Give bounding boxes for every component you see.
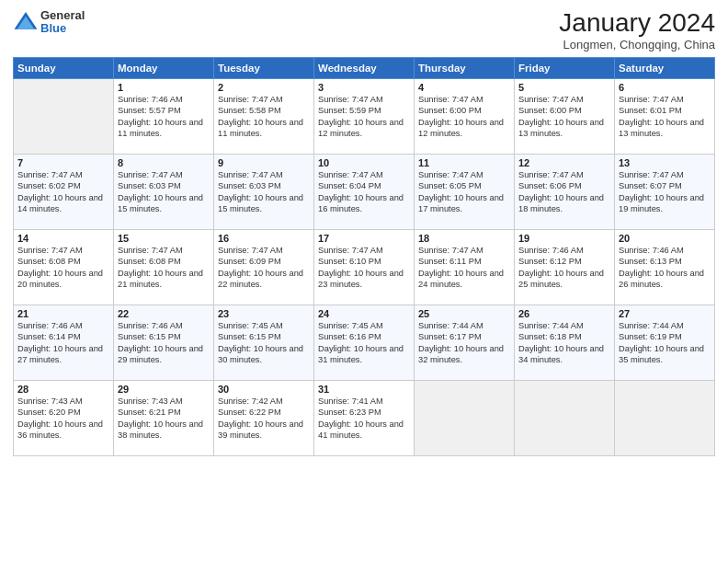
day-info: Sunrise: 7:46 AMSunset: 6:14 PMDaylight:…	[17, 320, 109, 366]
calendar-cell: 13Sunrise: 7:47 AMSunset: 6:07 PMDayligh…	[615, 154, 715, 229]
day-number: 11	[418, 157, 510, 168]
day-header-tuesday: Tuesday	[214, 57, 314, 78]
day-info: Sunrise: 7:46 AMSunset: 5:57 PMDaylight:…	[118, 94, 210, 140]
location: Longmen, Chongqing, China	[559, 38, 715, 52]
day-header-saturday: Saturday	[615, 57, 715, 78]
calendar-cell: 24Sunrise: 7:45 AMSunset: 6:16 PMDayligh…	[314, 304, 415, 380]
day-number: 30	[218, 384, 310, 395]
day-number: 7	[17, 157, 109, 168]
day-number: 20	[619, 233, 711, 244]
day-number: 22	[118, 308, 210, 319]
day-number: 10	[318, 157, 410, 168]
calendar-cell: 19Sunrise: 7:46 AMSunset: 6:12 PMDayligh…	[515, 229, 615, 304]
week-row-3: 14Sunrise: 7:47 AMSunset: 6:08 PMDayligh…	[14, 229, 715, 304]
day-info: Sunrise: 7:47 AMSunset: 6:05 PMDaylight:…	[418, 169, 510, 215]
day-info: Sunrise: 7:43 AMSunset: 6:21 PMDaylight:…	[118, 396, 210, 442]
day-number: 23	[218, 308, 310, 319]
calendar-cell: 23Sunrise: 7:45 AMSunset: 6:15 PMDayligh…	[214, 304, 314, 380]
day-info: Sunrise: 7:47 AMSunset: 5:59 PMDaylight:…	[318, 94, 410, 140]
week-row-5: 28Sunrise: 7:43 AMSunset: 6:20 PMDayligh…	[14, 380, 715, 455]
day-number: 15	[118, 233, 210, 244]
calendar-cell: 4Sunrise: 7:47 AMSunset: 6:00 PMDaylight…	[415, 78, 515, 154]
calendar-cell: 12Sunrise: 7:47 AMSunset: 6:06 PMDayligh…	[515, 154, 615, 229]
day-number: 8	[118, 157, 210, 168]
day-number: 25	[418, 308, 510, 319]
day-info: Sunrise: 7:44 AMSunset: 6:17 PMDaylight:…	[418, 320, 510, 366]
title-block: January 2024 Longmen, Chongqing, China	[559, 9, 715, 52]
calendar-cell: 1Sunrise: 7:46 AMSunset: 5:57 PMDaylight…	[114, 78, 214, 154]
day-info: Sunrise: 7:47 AMSunset: 6:03 PMDaylight:…	[218, 169, 310, 215]
week-row-1: 1Sunrise: 7:46 AMSunset: 5:57 PMDaylight…	[14, 78, 715, 154]
day-number: 6	[619, 82, 711, 93]
day-info: Sunrise: 7:47 AMSunset: 6:08 PMDaylight:…	[17, 245, 109, 291]
calendar-cell: 3Sunrise: 7:47 AMSunset: 5:59 PMDaylight…	[314, 78, 415, 154]
logo: General Blue	[13, 9, 85, 36]
day-info: Sunrise: 7:47 AMSunset: 6:07 PMDaylight:…	[619, 169, 711, 215]
calendar-cell: 2Sunrise: 7:47 AMSunset: 5:58 PMDaylight…	[214, 78, 314, 154]
calendar-cell: 29Sunrise: 7:43 AMSunset: 6:21 PMDayligh…	[114, 380, 214, 455]
day-info: Sunrise: 7:46 AMSunset: 6:15 PMDaylight:…	[118, 320, 210, 366]
day-number: 24	[318, 308, 410, 319]
calendar-cell: 10Sunrise: 7:47 AMSunset: 6:04 PMDayligh…	[314, 154, 415, 229]
calendar-cell: 8Sunrise: 7:47 AMSunset: 6:03 PMDaylight…	[114, 154, 214, 229]
calendar-cell: 20Sunrise: 7:46 AMSunset: 6:13 PMDayligh…	[615, 229, 715, 304]
day-number: 29	[118, 384, 210, 395]
day-info: Sunrise: 7:45 AMSunset: 6:16 PMDaylight:…	[318, 320, 410, 366]
day-info: Sunrise: 7:45 AMSunset: 6:15 PMDaylight:…	[218, 320, 310, 366]
day-number: 9	[218, 157, 310, 168]
calendar-cell: 30Sunrise: 7:42 AMSunset: 6:22 PMDayligh…	[214, 380, 314, 455]
day-header-friday: Friday	[515, 57, 615, 78]
day-number: 12	[518, 157, 610, 168]
calendar-cell: 17Sunrise: 7:47 AMSunset: 6:10 PMDayligh…	[314, 229, 415, 304]
calendar-cell: 28Sunrise: 7:43 AMSunset: 6:20 PMDayligh…	[14, 380, 114, 455]
day-info: Sunrise: 7:44 AMSunset: 6:18 PMDaylight:…	[518, 320, 610, 366]
logo-icon	[13, 9, 39, 35]
day-number: 13	[619, 157, 711, 168]
day-number: 28	[17, 384, 109, 395]
day-number: 26	[518, 308, 610, 319]
day-info: Sunrise: 7:47 AMSunset: 6:11 PMDaylight:…	[418, 245, 510, 291]
day-number: 3	[318, 82, 410, 93]
day-number: 18	[418, 233, 510, 244]
week-row-2: 7Sunrise: 7:47 AMSunset: 6:02 PMDaylight…	[14, 154, 715, 229]
day-info: Sunrise: 7:47 AMSunset: 6:04 PMDaylight:…	[318, 169, 410, 215]
calendar-cell: 14Sunrise: 7:47 AMSunset: 6:08 PMDayligh…	[14, 229, 114, 304]
logo-blue-text: Blue	[40, 22, 85, 35]
logo-general-text: General	[40, 9, 85, 22]
logo-text: General Blue	[40, 9, 85, 36]
calendar-cell	[415, 380, 515, 455]
calendar-cell: 7Sunrise: 7:47 AMSunset: 6:02 PMDaylight…	[14, 154, 114, 229]
day-number: 2	[218, 82, 310, 93]
day-info: Sunrise: 7:42 AMSunset: 6:22 PMDaylight:…	[218, 396, 310, 442]
calendar-cell: 18Sunrise: 7:47 AMSunset: 6:11 PMDayligh…	[415, 229, 515, 304]
calendar-cell	[615, 380, 715, 455]
day-number: 27	[619, 308, 711, 319]
day-info: Sunrise: 7:44 AMSunset: 6:19 PMDaylight:…	[619, 320, 711, 366]
day-number: 19	[518, 233, 610, 244]
calendar-cell: 11Sunrise: 7:47 AMSunset: 6:05 PMDayligh…	[415, 154, 515, 229]
day-info: Sunrise: 7:46 AMSunset: 6:12 PMDaylight:…	[518, 245, 610, 291]
day-number: 17	[318, 233, 410, 244]
calendar-table: SundayMondayTuesdayWednesdayThursdayFrid…	[13, 57, 715, 456]
day-number: 31	[318, 384, 410, 395]
calendar-cell	[515, 380, 615, 455]
day-header-monday: Monday	[114, 57, 214, 78]
calendar-cell: 5Sunrise: 7:47 AMSunset: 6:00 PMDaylight…	[515, 78, 615, 154]
calendar-cell: 9Sunrise: 7:47 AMSunset: 6:03 PMDaylight…	[214, 154, 314, 229]
calendar-cell: 31Sunrise: 7:41 AMSunset: 6:23 PMDayligh…	[314, 380, 415, 455]
week-row-4: 21Sunrise: 7:46 AMSunset: 6:14 PMDayligh…	[14, 304, 715, 380]
calendar-cell: 15Sunrise: 7:47 AMSunset: 6:08 PMDayligh…	[114, 229, 214, 304]
calendar-cell: 16Sunrise: 7:47 AMSunset: 6:09 PMDayligh…	[214, 229, 314, 304]
day-number: 4	[418, 82, 510, 93]
day-info: Sunrise: 7:47 AMSunset: 6:10 PMDaylight:…	[318, 245, 410, 291]
day-header-wednesday: Wednesday	[314, 57, 415, 78]
day-number: 16	[218, 233, 310, 244]
day-info: Sunrise: 7:43 AMSunset: 6:20 PMDaylight:…	[17, 396, 109, 442]
day-info: Sunrise: 7:46 AMSunset: 6:13 PMDaylight:…	[619, 245, 711, 291]
day-header-thursday: Thursday	[415, 57, 515, 78]
day-number: 21	[17, 308, 109, 319]
calendar-cell: 6Sunrise: 7:47 AMSunset: 6:01 PMDaylight…	[615, 78, 715, 154]
calendar-cell: 22Sunrise: 7:46 AMSunset: 6:15 PMDayligh…	[114, 304, 214, 380]
day-info: Sunrise: 7:41 AMSunset: 6:23 PMDaylight:…	[318, 396, 410, 442]
days-header-row: SundayMondayTuesdayWednesdayThursdayFrid…	[14, 57, 715, 78]
